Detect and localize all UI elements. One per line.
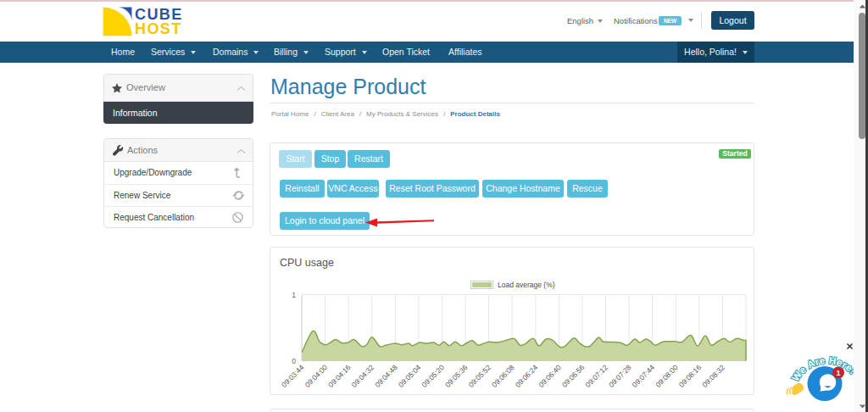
svg-text:09:07:44: 09:07:44: [631, 363, 657, 389]
svg-text:09:06:40: 09:06:40: [537, 363, 563, 389]
svg-text:09:08:00: 09:08:00: [654, 363, 680, 389]
svg-text:09:06:24: 09:06:24: [514, 363, 540, 389]
svg-text:09:04:16: 09:04:16: [326, 363, 353, 389]
svg-text:09:06:08: 09:06:08: [490, 363, 516, 389]
svg-text:09:08:32: 09:08:32: [700, 363, 726, 389]
svg-text:09:03:44: 09:03:44: [280, 363, 306, 389]
svg-text:09:07:12: 09:07:12: [583, 363, 609, 389]
svg-text:09:05:52: 09:05:52: [467, 363, 493, 389]
svg-text:09:04:48: 09:04:48: [373, 363, 399, 389]
svg-text:09:07:28: 09:07:28: [607, 363, 633, 389]
svg-text:e: e: [819, 355, 826, 366]
svg-text:09:06:56: 09:06:56: [560, 363, 587, 389]
svg-text:1: 1: [292, 291, 296, 299]
svg-text:09:08:16: 09:08:16: [677, 363, 704, 389]
svg-text:0: 0: [292, 357, 296, 365]
svg-text:09:05:36: 09:05:36: [443, 363, 470, 389]
svg-text:09:05:04: 09:05:04: [397, 363, 423, 389]
svg-text:09:04:32: 09:04:32: [350, 363, 376, 389]
svg-text:09:04:00: 09:04:00: [303, 363, 330, 389]
svg-text:09:05:20: 09:05:20: [420, 363, 446, 389]
svg-text:1: 1: [836, 369, 840, 377]
